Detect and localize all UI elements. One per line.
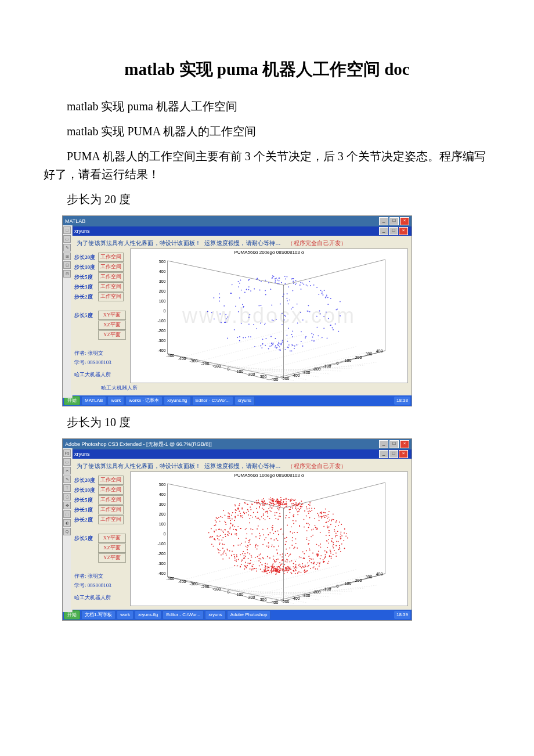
tool-icon[interactable]: ✂ <box>63 467 71 474</box>
taskbar-item[interactable]: work <box>107 396 124 405</box>
tool-icon[interactable]: Q <box>63 528 71 535</box>
close-icon[interactable]: × <box>400 217 409 225</box>
svg-point-226 <box>291 279 292 280</box>
svg-point-734 <box>275 512 276 513</box>
tool-icon[interactable]: ◐ <box>63 519 71 527</box>
tool-icon[interactable]: ⊟ <box>63 270 71 278</box>
taskbar-item[interactable]: xryuns <box>205 610 226 620</box>
maximize-icon[interactable]: □ <box>389 217 399 225</box>
svg-point-851 <box>290 499 291 501</box>
svg-point-1001 <box>252 568 253 570</box>
workspace-button[interactable]: 工作空间 <box>98 515 124 524</box>
taskbar-item[interactable]: xryuns.fig <box>164 396 190 405</box>
tool-icon[interactable]: ▭ <box>63 235 71 243</box>
step-label: 步长5度 <box>74 496 96 504</box>
svg-point-413 <box>284 570 286 571</box>
svg-point-136 <box>279 350 280 351</box>
workspace-button[interactable]: 工作空间 <box>98 292 124 301</box>
svg-point-48 <box>264 324 265 325</box>
taskbar-item[interactable]: workx - 记事本 <box>125 396 163 405</box>
workspace-button[interactable]: 工作空间 <box>98 485 124 495</box>
svg-point-75 <box>273 276 275 277</box>
svg-point-947 <box>233 554 234 555</box>
svg-line-10 <box>182 330 287 357</box>
svg-point-839 <box>228 518 229 519</box>
workspace-button[interactable]: 工作空间 <box>98 505 124 514</box>
taskbar-item[interactable]: xryuns <box>234 396 255 405</box>
svg-point-794 <box>234 505 236 506</box>
tool-icon[interactable]: ✎ <box>63 244 71 251</box>
tool-icon[interactable]: ⬚ <box>63 510 71 518</box>
svg-point-568 <box>344 528 345 530</box>
svg-point-950 <box>333 554 334 555</box>
svg-point-348 <box>264 509 265 510</box>
svg-point-969 <box>329 520 330 521</box>
maximize-icon[interactable]: □ <box>389 440 399 448</box>
tool-icon[interactable]: ◌ <box>63 493 71 501</box>
svg-point-145 <box>335 323 336 325</box>
workspace-button[interactable]: 工作空间 <box>98 495 124 505</box>
minimize-icon[interactable]: _ <box>379 217 388 225</box>
svg-point-118 <box>277 344 279 345</box>
svg-point-457 <box>279 513 280 514</box>
tool-icon[interactable]: ⊞ <box>63 253 71 260</box>
taskbar-item[interactable]: xryuns.fig <box>135 610 161 620</box>
svg-text:0: 0 <box>337 584 339 588</box>
svg-point-705 <box>281 499 282 501</box>
maximize-icon[interactable]: □ <box>389 227 398 235</box>
plane-button[interactable]: XY平面 <box>98 534 126 543</box>
screenshot-figure-2: Adobe Photoshop CS3 Extended - [无标题-1 @ … <box>62 438 412 621</box>
taskbar-item[interactable]: MATLAB <box>81 396 106 405</box>
taskbar-item[interactable]: work <box>117 610 134 620</box>
workspace-button[interactable]: 工作空间 <box>98 476 124 485</box>
plane-button[interactable]: XZ平面 <box>98 321 126 330</box>
tool-icon[interactable]: ▭ <box>63 458 71 466</box>
svg-point-610 <box>324 515 326 516</box>
tool-icon[interactable]: ✥ <box>63 502 71 509</box>
svg-point-1150 <box>236 559 237 560</box>
svg-point-1113 <box>270 570 272 571</box>
plane-button[interactable]: XZ平面 <box>98 543 126 553</box>
svg-point-1137 <box>212 536 213 537</box>
plane-button[interactable]: XY平面 <box>98 311 126 320</box>
taskbar-item[interactable]: 文档1-写字板 <box>81 610 116 620</box>
close-icon[interactable]: × <box>399 450 408 458</box>
svg-point-392 <box>311 559 312 560</box>
minimize-icon[interactable]: _ <box>379 227 388 235</box>
tool-icon[interactable]: T <box>63 484 71 492</box>
svg-point-460 <box>290 561 291 563</box>
minimize-icon[interactable]: _ <box>379 440 388 448</box>
maximize-icon[interactable]: □ <box>389 450 398 458</box>
close-icon[interactable]: × <box>399 227 408 235</box>
plane-button[interactable]: YZ平面 <box>98 553 126 563</box>
workspace-button[interactable]: 工作空间 <box>98 253 124 262</box>
workspace-button[interactable]: 工作空间 <box>98 262 124 272</box>
svg-point-103 <box>285 316 286 317</box>
svg-point-64 <box>287 335 288 336</box>
tool-icon[interactable]: □ <box>63 226 71 234</box>
svg-point-391 <box>248 511 249 512</box>
svg-point-234 <box>279 278 280 279</box>
svg-point-90 <box>326 312 327 313</box>
tool-icon[interactable]: Ps <box>63 449 71 457</box>
svg-point-184 <box>292 330 293 332</box>
svg-point-832 <box>241 543 242 544</box>
svg-point-1103 <box>262 529 264 530</box>
svg-point-72 <box>327 338 328 339</box>
minimize-icon[interactable]: _ <box>379 450 388 458</box>
plane-button[interactable]: YZ平面 <box>98 330 126 340</box>
svg-text:400: 400 <box>376 349 383 353</box>
svg-point-1142 <box>299 525 300 527</box>
tool-icon[interactable]: ✎ <box>63 476 71 483</box>
workspace-button[interactable]: 工作空间 <box>98 272 124 282</box>
taskbar-item[interactable]: Editor - C:\Wor... <box>163 610 204 620</box>
scatter-points <box>207 275 341 351</box>
windows-taskbar: 开始 文档1-写字板 work xryuns.fig Editor - C:\W… <box>63 610 412 620</box>
tool-icon[interactable]: ⊡ <box>63 261 71 269</box>
taskbar-item[interactable]: Adobe Photoshop <box>227 610 271 620</box>
taskbar-item[interactable]: Editor - C:\Wor... <box>192 396 233 405</box>
workspace-button[interactable]: 工作空间 <box>98 282 124 291</box>
os-titlebar: MATLAB _ □ × <box>63 216 412 226</box>
close-icon[interactable]: × <box>400 440 409 448</box>
svg-point-196 <box>320 314 321 315</box>
